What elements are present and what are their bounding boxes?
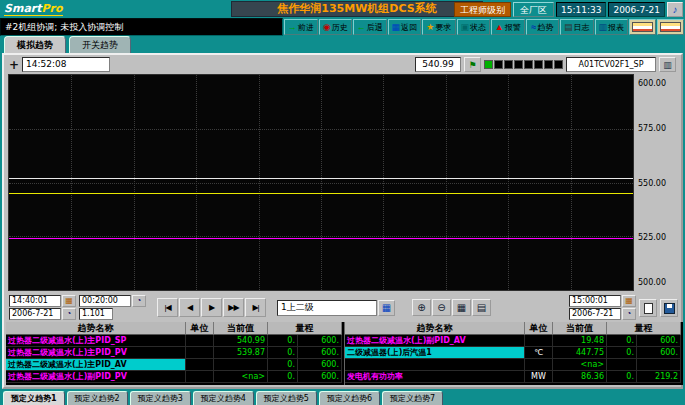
toolbar-button-label: 返回: [401, 22, 417, 33]
tab-predefined-trend-1[interactable]: 预定义趋势1: [3, 391, 65, 405]
step-back-button[interactable]: ◀: [179, 298, 200, 317]
column-header-range: 量程: [607, 322, 681, 335]
screen-thumbnail-button-1[interactable]: [629, 19, 656, 35]
toolbar-button-request[interactable]: ★要求: [422, 19, 456, 35]
toolbar-button-forward[interactable]: →前进: [284, 19, 318, 35]
toolbar-button-history[interactable]: ◉历史: [319, 19, 353, 35]
trend-row-name[interactable]: 过热器二级减温水(上)主PID_SP: [6, 335, 186, 347]
trend-row-value: 540.99: [214, 335, 268, 347]
toolbar-button-label: 状态: [470, 22, 486, 33]
trend-row-unit: [186, 359, 214, 371]
zoom-out-icon: ⊖: [437, 302, 445, 313]
pen-selector-7[interactable]: [544, 60, 553, 69]
trend-row-value: <na>: [553, 359, 607, 371]
status-toolbar-row: #2机组协调; 未投入协调控制 →前进 ◉历史 ←后退 ▦返回 ★要求 ▣状态 …: [0, 18, 685, 36]
trend-table-left: 趋势名称 单位 当前值 量程 过热器二级减温水(上)主PID_SP 540.99…: [6, 322, 344, 385]
toolbar-button-report[interactable]: ▥报表: [595, 19, 629, 35]
crosshair-icon: +: [9, 59, 19, 71]
sound-button[interactable]: ♪: [667, 2, 683, 17]
calendar-icon: ▦: [625, 296, 633, 305]
pen-selector-1[interactable]: [484, 60, 493, 69]
trend-row-unit: [525, 359, 553, 371]
y-axis-label: 600.00: [638, 78, 666, 87]
toolbar-button-return[interactable]: ▦返回: [388, 19, 422, 35]
y-axis-label: 525.00: [638, 232, 666, 241]
pen-selector-2[interactable]: [494, 60, 503, 69]
predefined-trend-tabs: 预定义趋势1 预定义趋势2 预定义趋势3 预定义趋势4 预定义趋势5 预定义趋势…: [0, 390, 685, 405]
grid-icon: ▦: [457, 302, 466, 313]
trend-row-min: 0.: [268, 347, 298, 359]
step-display: 1.101: [79, 308, 113, 320]
plant-area-button[interactable]: 全厂区: [513, 2, 554, 17]
trend-row-max: 600.: [298, 335, 342, 347]
play-button[interactable]: ▶: [201, 298, 222, 317]
pen-selector-6[interactable]: [534, 60, 543, 69]
tab-predefined-trend-6[interactable]: 预定义趋势6: [319, 391, 380, 405]
logo-text-accent: Pro: [42, 2, 63, 15]
interval-button[interactable]: ◔: [132, 295, 146, 307]
pen-flag-button[interactable]: ⚑: [464, 57, 481, 72]
go-start-button[interactable]: |◀: [157, 298, 178, 317]
trend-plot[interactable]: [8, 74, 634, 291]
pen-selector-8[interactable]: [554, 60, 563, 69]
tab-predefined-trend-7[interactable]: 预定义趋势7: [382, 391, 443, 405]
toolbar-button-log[interactable]: ▤日志: [560, 19, 594, 35]
trend-row-name[interactable]: [345, 359, 525, 371]
print-trend-button[interactable]: ▤: [472, 299, 491, 316]
trend-row-max: 600.: [298, 371, 342, 383]
trend-row-unit: [525, 335, 553, 347]
trend-row-name[interactable]: 过热器二级减温水(上)副PID_PV: [6, 371, 186, 383]
toolbar-button-alarm[interactable]: ▲报警: [491, 19, 525, 35]
tab-predefined-trend-2[interactable]: 预定义趋势2: [67, 391, 128, 405]
trend-row-name[interactable]: 过热器二级减温水(上)副PID_AV: [345, 335, 525, 347]
end-datetime-group: 15:00:01 ▦ 2006-7-21 ◔: [569, 295, 678, 320]
fast-forward-button[interactable]: ▶▶: [223, 298, 244, 317]
trend-row-min: [607, 359, 637, 371]
trend-group-select-button[interactable]: ▦: [378, 300, 395, 316]
end-date-picker-button[interactable]: ◔: [622, 308, 636, 320]
column-header-name: 趋势名称: [345, 322, 525, 335]
cursor-value-display: 540.99: [415, 57, 461, 72]
tab-analog-trend[interactable]: 模拟趋势: [4, 36, 66, 53]
trend-group-input[interactable]: [277, 300, 377, 316]
pen-selector-4[interactable]: [514, 60, 523, 69]
trend-row-value: 86.36: [553, 371, 607, 383]
toolbar-button-trend[interactable]: ≈趋势: [526, 19, 560, 35]
return-icon: ▦: [391, 23, 400, 32]
gridline: [259, 75, 260, 290]
trend-row-value: 19.48: [553, 335, 607, 347]
trend-table-right: 趋势名称 单位 当前值 量程 过热器二级减温水(上)副PID_AV 19.48 …: [345, 322, 683, 385]
go-end-button[interactable]: ▶|: [245, 298, 266, 317]
clock-icon: ◔: [627, 309, 632, 318]
new-file-button[interactable]: [639, 299, 657, 317]
screen-thumbnail-icon: [660, 22, 681, 32]
history-icon: ◉: [323, 23, 331, 32]
zoom-in-button[interactable]: ⊕: [412, 299, 431, 316]
end-time-calendar-button[interactable]: ▦: [622, 295, 636, 307]
pen-selector-3[interactable]: [504, 60, 513, 69]
trend-row-name[interactable]: 二级减温器(上)后汽温1: [345, 347, 525, 359]
toolbar-button-status[interactable]: ▣状态: [457, 19, 491, 35]
start-date-picker-button[interactable]: ◔: [62, 308, 76, 320]
toolbar-button-back[interactable]: ←后退: [353, 19, 387, 35]
tab-predefined-trend-5[interactable]: 预定义趋势5: [256, 391, 317, 405]
tab-predefined-trend-4[interactable]: 预定义趋势4: [193, 391, 254, 405]
tab-predefined-trend-3[interactable]: 预定义趋势3: [130, 391, 191, 405]
screen-thumbnail-button-2[interactable]: [657, 19, 684, 35]
trend-row-name[interactable]: 发电机有功功率: [345, 371, 525, 383]
grid-toggle-button[interactable]: ▦: [452, 299, 471, 316]
save-button[interactable]: [660, 299, 678, 317]
y-axis-label: 550.00: [638, 178, 666, 187]
trend-row-min: 0.: [268, 359, 298, 371]
y-axis-label: 500.00: [638, 278, 666, 287]
clock-time: 15:11:33: [556, 2, 606, 17]
system-title: 焦作华润135MW机组DCS系统: [231, 1, 483, 17]
trend-row-max: 600.: [637, 347, 681, 359]
trend-row-name[interactable]: 过热器二级减温水(上)主PID_PV: [6, 347, 186, 359]
tab-digital-trend[interactable]: 开关趋势: [69, 36, 131, 53]
pen-selector-5[interactable]: [524, 60, 533, 69]
trend-row-name[interactable]: 过热器二级减温水(上)主PID_AV: [6, 359, 186, 371]
start-time-calendar-button[interactable]: ▦: [62, 295, 76, 307]
zoom-out-button[interactable]: ⊖: [432, 299, 451, 316]
trend-config-button[interactable]: ▥: [659, 57, 676, 72]
